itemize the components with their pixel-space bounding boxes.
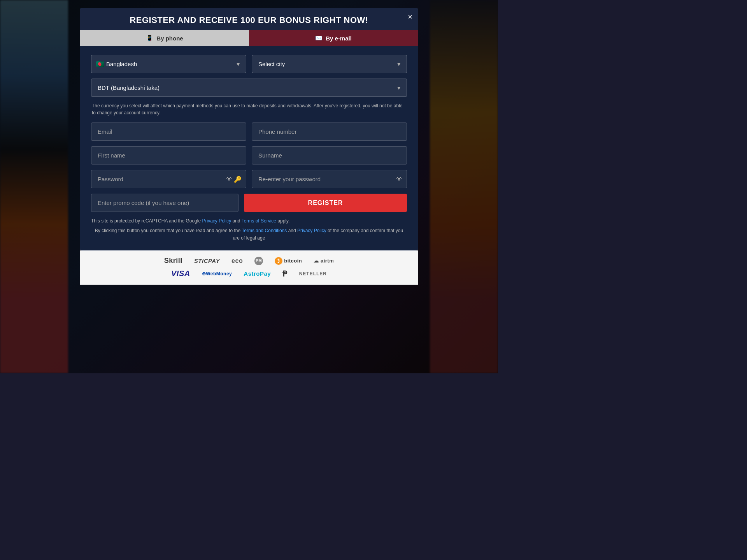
repassword-input[interactable] <box>252 170 407 188</box>
email-input[interactable] <box>91 122 246 141</box>
firstname-wrapper <box>91 146 246 164</box>
modal-body: 🇧🇩 Bangladesh ▼ Select city ▼ <box>80 46 418 250</box>
password-toggle-icon[interactable]: 👁 <box>226 176 232 183</box>
registration-tabs: 📱 By phone ✉️ By e-mail <box>80 30 418 46</box>
promo-input[interactable] <box>91 194 238 212</box>
astropay-logo: AstroPay <box>244 270 271 277</box>
email-phone-row <box>91 122 407 141</box>
password-row: 🔑 👁 👁 <box>91 170 407 188</box>
terms-link[interactable]: Terms and Conditions <box>242 228 287 233</box>
apply-text: apply. <box>277 218 289 224</box>
promo-register-row: REGISTER <box>91 194 407 212</box>
country-select[interactable]: Bangladesh <box>91 55 246 73</box>
city-select-wrapper: Select city ▼ <box>252 55 407 73</box>
firstname-input[interactable] <box>91 146 246 164</box>
bitcoin-logo: ₿bitcoin <box>275 257 302 265</box>
eco-logo: eco <box>231 257 243 264</box>
tab-by-phone[interactable]: 📱 By phone <box>80 30 249 46</box>
password-key-icon: 🔑 <box>234 175 242 183</box>
neteller-logo: NETELLER <box>299 271 327 276</box>
surname-input[interactable] <box>252 146 407 164</box>
close-button[interactable]: × <box>408 13 412 21</box>
email-wrapper <box>91 122 246 141</box>
tab-by-email[interactable]: ✉️ By e-mail <box>249 30 418 46</box>
privacy-policy-link-1[interactable]: Privacy Policy <box>202 218 231 224</box>
payment-row-2: VISA ⊕WebMoney AstroPay Ᵽ NETELLER <box>171 269 327 278</box>
currency-select-wrapper: BDT (Bangladeshi taka) ▼ <box>91 79 407 97</box>
email-icon: ✉️ <box>315 35 323 42</box>
airtm-logo: ☁ airtm <box>314 258 334 264</box>
city-select[interactable]: Select city <box>252 55 407 73</box>
currency-row: BDT (Bangladeshi taka) ▼ <box>91 79 407 97</box>
visa-logo: VISA <box>171 269 190 278</box>
modal-overlay: REGISTER AND RECEIVE 100 EUR BONUS RIGHT… <box>0 0 498 373</box>
legal-text-recaptcha: This site is protected by reCAPTCHA and … <box>91 217 407 225</box>
password-wrapper: 🔑 👁 <box>91 170 246 188</box>
skrill-logo: Skrill <box>164 257 182 265</box>
payment-strip: Skrill STICPAY eco PM ₿bitcoin ☁ airtm V… <box>80 250 418 285</box>
recaptcha-text: This site is protected by reCAPTCHA and … <box>91 218 201 224</box>
bitcoin-circle-icon: ₿ <box>275 257 282 265</box>
payment-row-1: Skrill STICPAY eco PM ₿bitcoin ☁ airtm <box>164 257 334 265</box>
currency-select[interactable]: BDT (Bangladeshi taka) <box>91 79 407 97</box>
pm-logo: PM <box>254 257 263 265</box>
pm-circle-icon: PM <box>254 257 263 265</box>
country-select-wrapper: 🇧🇩 Bangladesh ▼ <box>91 55 246 73</box>
repassword-wrapper: 👁 <box>252 170 407 188</box>
modal-header: REGISTER AND RECEIVE 100 EUR BONUS RIGHT… <box>80 8 418 30</box>
repassword-toggle-icon[interactable]: 👁 <box>396 176 402 183</box>
register-button[interactable]: REGISTER <box>244 194 407 212</box>
register-modal: REGISTER AND RECEIVE 100 EUR BONUS RIGHT… <box>80 8 418 250</box>
modal-title: REGISTER AND RECEIVE 100 EUR BONUS RIGHT… <box>88 15 410 25</box>
skrill-b-logo: Ᵽ <box>282 269 288 278</box>
surname-wrapper <box>252 146 407 164</box>
privacy-policy-link-2[interactable]: Privacy Policy <box>297 228 326 233</box>
legal-text-confirm: By clicking this button you confirm that… <box>91 227 407 242</box>
country-city-row: 🇧🇩 Bangladesh ▼ Select city ▼ <box>91 55 407 73</box>
currency-note: The currency you select will affect whic… <box>91 102 407 116</box>
tab-phone-label: By phone <box>156 35 183 42</box>
tos-link[interactable]: Terms of Service <box>242 218 276 224</box>
name-row <box>91 146 407 164</box>
and-text-1: and <box>233 218 240 224</box>
phone-wrapper <box>252 122 407 141</box>
sticpay-logo: STICPAY <box>194 257 220 264</box>
confirm-text: By clicking this button you confirm that… <box>95 228 240 233</box>
webmoney-logo: ⊕WebMoney <box>202 271 232 276</box>
password-input[interactable] <box>91 170 246 188</box>
and-text-2: and <box>288 228 296 233</box>
phone-icon: 📱 <box>146 35 153 42</box>
phone-input[interactable] <box>252 122 407 141</box>
promo-wrapper <box>91 194 238 212</box>
tab-email-label: By e-mail <box>326 35 352 42</box>
